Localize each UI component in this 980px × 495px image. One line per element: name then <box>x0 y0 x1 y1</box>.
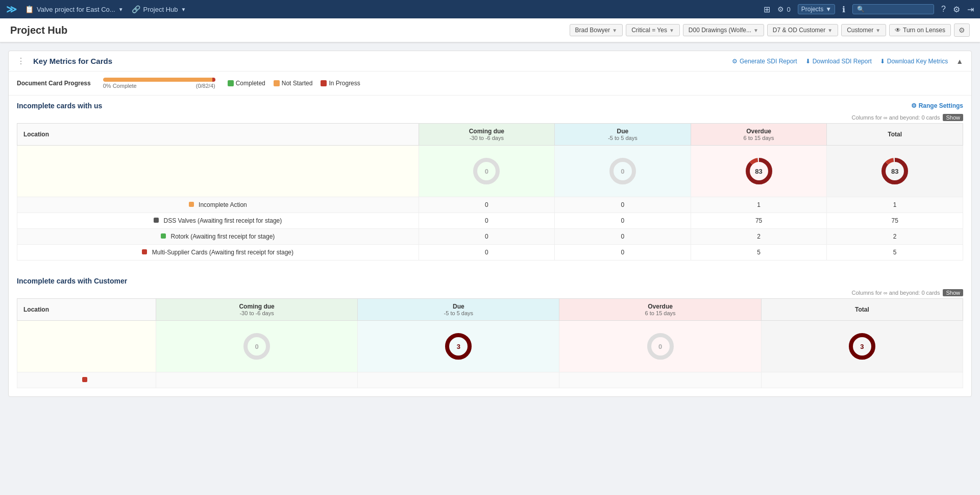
donut-label: 0 <box>658 343 662 350</box>
location-color-icon <box>189 202 194 207</box>
cth-due: Due -5 to 5 days <box>358 299 559 321</box>
info-icon[interactable]: ℹ <box>842 5 845 14</box>
turn-on-lenses-button[interactable]: 👁 Turn on Lenses <box>889 24 951 36</box>
customer-summary-total: 3 <box>761 321 963 372</box>
filter-bar: Brad Bowyer ▼ Critical = Yes ▼ D00 Drawi… <box>570 23 970 37</box>
project-selector[interactable]: 📋 Valve project for East Co... ▼ <box>25 5 124 13</box>
filter-critical-label: Critical = Yes <box>631 27 667 34</box>
show-columns-us-button[interactable]: Show <box>943 114 963 121</box>
legend-in-progress: In Progress <box>321 80 360 87</box>
legend-not-started: Not Started <box>274 80 313 87</box>
filter-d00-label: D00 Drawings (Wolfe... <box>689 27 751 34</box>
logout-icon[interactable]: ⇥ <box>967 5 974 14</box>
download-metrics-link[interactable]: ⬇ Download Key Metrics <box>880 58 948 65</box>
search-box[interactable]: 🔍 <box>852 4 934 14</box>
progress-percent: 0% Complete <box>103 83 137 89</box>
download-metrics-icon: ⬇ <box>880 58 885 65</box>
incomplete-customer-table-wrapper: Location Coming due -30 to -6 days Due -… <box>9 298 971 388</box>
settings-nav[interactable]: ⚙ 0 <box>777 5 791 13</box>
row-label: DSS Valves (Awaiting first receipt for s… <box>164 217 282 224</box>
donut-due-summary: 0 <box>561 150 684 193</box>
summary-due-cell: 0 <box>555 146 691 197</box>
donut-label: 0 <box>621 168 624 175</box>
row-due-4: 0 <box>555 245 691 261</box>
donut-label: 83 <box>755 168 762 175</box>
filter-d7[interactable]: D7 & OD Customer ▼ <box>767 24 838 36</box>
projects-label: Projects <box>801 6 823 13</box>
table-header-row: Location Coming due -30 to -6 days Due -… <box>17 124 963 146</box>
main-content: ⋮ Key Metrics for Cards ⚙ Generate SDI R… <box>0 42 980 413</box>
customer-summary-row: 0 <box>17 321 963 372</box>
progress-bar-not-started <box>103 78 212 82</box>
incomplete-us-header: Incomplete cards with us ⚙ Range Setting… <box>9 96 971 112</box>
columns-info-us-text: Columns for ∞ and beyond: 0 cards <box>852 114 940 121</box>
generate-report-link[interactable]: ⚙ Generate SDI Report <box>732 58 797 65</box>
row-due-3: 0 <box>555 229 691 245</box>
download-report-link[interactable]: ⬇ Download SDI Report <box>805 58 872 65</box>
donut-customer-total: 3 <box>768 325 957 368</box>
table-row: Incomplete Action 0 0 1 1 <box>17 197 963 213</box>
location-color-icon <box>154 218 159 223</box>
incomplete-us-table: Location Coming due -30 to -6 days Due -… <box>17 123 963 261</box>
row-coming-due-3: 0 <box>419 229 555 245</box>
filter-customer-label: Customer <box>847 27 873 34</box>
donut-shape: 3 <box>847 331 877 362</box>
progress-text: 0% Complete (0/82/4) <box>103 83 215 89</box>
table-row: DSS Valves (Awaiting first receipt for s… <box>17 213 963 229</box>
panel-collapse-button[interactable]: ▲ <box>956 57 963 65</box>
donut-label: 3 <box>860 343 864 350</box>
customer-summary-due: 3 <box>358 321 559 372</box>
table-row <box>17 372 963 388</box>
panel-header: ⋮ Key Metrics for Cards ⚙ Generate SDI R… <box>9 51 971 72</box>
download-report-icon: ⬇ <box>805 58 811 65</box>
legend-completed-dot <box>228 80 234 86</box>
filter-brad[interactable]: Brad Bowyer ▼ <box>570 24 623 36</box>
lens-icon: 👁 <box>895 27 901 34</box>
donut-customer-overdue: 0 <box>566 325 754 368</box>
customer-summary-location <box>17 321 156 372</box>
columns-info-us: Columns for ∞ and beyond: 0 cards Show <box>9 112 971 123</box>
filter-d00[interactable]: D00 Drawings (Wolfe... ▼ <box>683 24 764 36</box>
cth-total: Total <box>761 299 963 321</box>
help-icon[interactable]: ? <box>941 5 946 14</box>
range-settings-link[interactable]: ⚙ Range Settings <box>911 102 963 109</box>
th-due: Due -5 to 5 days <box>555 124 691 146</box>
settings-icon: ⚙ <box>911 102 917 109</box>
panel-actions: ⚙ Generate SDI Report ⬇ Download SDI Rep… <box>732 57 963 65</box>
customer-table-header-row: Location Coming due -30 to -6 days Due -… <box>17 299 963 321</box>
legend-not-started-label: Not Started <box>282 80 313 87</box>
donut-label: 3 <box>457 343 460 350</box>
projects-dropdown[interactable]: Projects ▼ <box>798 4 835 14</box>
donut-label: 0 <box>485 168 488 175</box>
filter-brad-chevron: ▼ <box>612 28 617 33</box>
filter-settings-icon: ⚙ <box>959 26 965 34</box>
progress-section: Document Card Progress 0% Complete (0/82… <box>9 72 971 96</box>
columns-info-customer-text: Columns for ∞ and beyond: 0 cards <box>852 290 940 296</box>
grid-icon[interactable]: ⊞ <box>764 5 770 14</box>
th-location: Location <box>17 124 419 146</box>
filter-customer[interactable]: Customer ▼ <box>841 24 886 36</box>
donut-total-summary: 83 <box>833 150 957 193</box>
row-total-1: 1 <box>827 197 963 213</box>
panel-dots[interactable]: ⋮ <box>17 56 25 66</box>
panel-body: Incomplete cards with us ⚙ Range Setting… <box>9 96 971 396</box>
filter-critical[interactable]: Critical = Yes ▼ <box>626 24 680 36</box>
incomplete-us-title: Incomplete cards with us <box>17 102 102 110</box>
row-location-3: Rotork (Awaiting first receipt for stage… <box>17 229 419 245</box>
donut-label: 83 <box>891 168 898 175</box>
row-location-2: DSS Valves (Awaiting first receipt for s… <box>17 213 419 229</box>
project-name: Valve project for East Co... <box>37 6 115 13</box>
progress-bar-container: 0% Complete (0/82/4) <box>103 78 215 89</box>
summary-overdue-cell: 83 <box>691 146 827 197</box>
customer-row-coming-due <box>156 372 357 388</box>
row-due-1: 0 <box>555 197 691 213</box>
show-columns-customer-button[interactable]: Show <box>943 289 963 296</box>
th-coming-due: Coming due -30 to -6 days <box>419 124 555 146</box>
customer-row-due <box>358 372 559 388</box>
gear-icon[interactable]: ⚙ <box>953 5 960 14</box>
hub-selector[interactable]: 🔗 Project Hub ▼ <box>132 5 186 13</box>
donut-shape: 83 <box>744 156 774 186</box>
project-chevron: ▼ <box>118 7 124 12</box>
filter-settings-button[interactable]: ⚙ <box>954 23 970 37</box>
progress-count: (0/82/4) <box>196 83 215 89</box>
